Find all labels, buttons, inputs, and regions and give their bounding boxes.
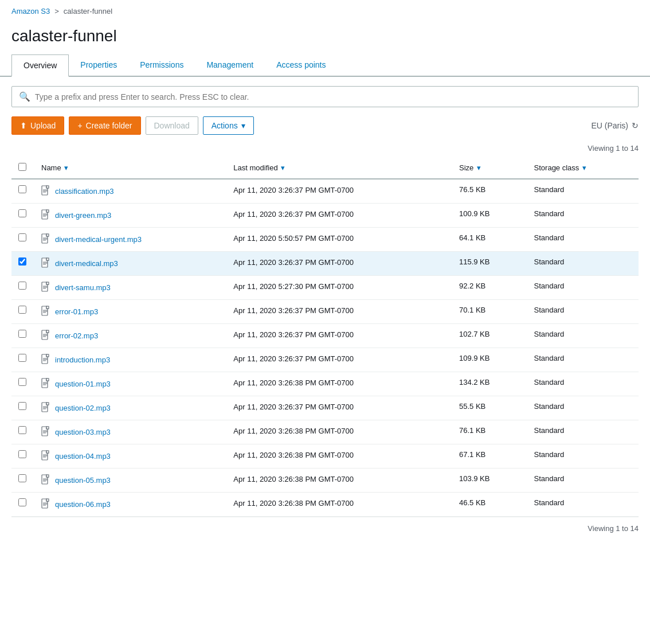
search-input[interactable] <box>35 92 631 102</box>
file-name-link[interactable]: error-02.mp3 <box>55 331 98 340</box>
svg-rect-16 <box>46 258 49 260</box>
refresh-icon[interactable]: ↻ <box>632 121 639 130</box>
row-checkbox-cell <box>11 276 34 300</box>
file-name-link[interactable]: error-01.mp3 <box>55 307 98 316</box>
file-name-link[interactable]: question-06.mp3 <box>55 500 111 509</box>
row-checkbox[interactable] <box>18 330 26 338</box>
row-storage-class: Standard <box>527 469 639 493</box>
table-header-row: Name ▾ Last modified ▾ Size ▾ Storage cl… <box>11 157 639 179</box>
row-checkbox[interactable] <box>18 185 26 193</box>
table-row: divert-medical.mp3 Apr 11, 2020 3:26:37 … <box>11 252 639 276</box>
row-checkbox[interactable] <box>18 306 26 314</box>
row-checkbox[interactable] <box>18 233 26 241</box>
row-checkbox-cell <box>11 396 34 420</box>
region-label: EU (Paris) <box>591 121 628 130</box>
name-column-header[interactable]: Name ▾ <box>34 157 226 179</box>
row-storage-class: Standard <box>527 444 639 469</box>
svg-rect-51 <box>46 427 49 429</box>
breadcrumb-current: calaster-funnel <box>64 7 112 15</box>
actions-button[interactable]: Actions ▾ <box>203 116 254 135</box>
row-name-cell: question-06.mp3 <box>34 493 226 517</box>
row-checkbox[interactable] <box>18 378 26 386</box>
row-checkbox[interactable] <box>18 257 26 266</box>
file-name-link[interactable]: introduction.mp3 <box>55 356 110 364</box>
svg-rect-41 <box>46 378 49 381</box>
row-storage-class: Standard <box>527 348 639 372</box>
last-modified-column-header[interactable]: Last modified ▾ <box>226 157 452 179</box>
table-row: introduction.mp3 Apr 11, 2020 3:26:37 PM… <box>11 348 639 372</box>
row-name-cell: question-03.mp3 <box>34 420 226 444</box>
table-row: error-02.mp3 Apr 11, 2020 3:26:37 PM GMT… <box>11 324 639 348</box>
row-name-cell: question-02.mp3 <box>34 396 226 420</box>
tab-properties[interactable]: Properties <box>69 54 128 76</box>
row-checkbox[interactable] <box>18 426 26 434</box>
file-name-link[interactable]: question-02.mp3 <box>55 404 111 412</box>
file-icon <box>41 450 50 462</box>
row-last-modified: Apr 11, 2020 5:27:30 PM GMT-0700 <box>226 276 452 300</box>
row-last-modified: Apr 11, 2020 3:26:38 PM GMT-0700 <box>226 420 452 444</box>
row-size: 103.9 KB <box>452 469 527 493</box>
row-size: 67.1 KB <box>452 444 527 469</box>
row-storage-class: Standard <box>527 420 639 444</box>
file-name-link[interactable]: question-03.mp3 <box>55 428 111 436</box>
row-checkbox[interactable] <box>18 209 26 217</box>
row-checkbox-cell <box>11 228 34 252</box>
row-checkbox[interactable] <box>18 282 26 290</box>
tab-management[interactable]: Management <box>195 54 265 76</box>
upload-icon: ⬆ <box>20 121 27 130</box>
region-info: EU (Paris) ↻ <box>591 121 639 130</box>
row-size: 100.9 KB <box>452 204 527 228</box>
tab-permissions[interactable]: Permissions <box>128 54 195 76</box>
svg-rect-31 <box>46 330 49 333</box>
create-folder-button[interactable]: + Create folder <box>69 116 140 135</box>
row-checkbox[interactable] <box>18 402 26 410</box>
svg-rect-6 <box>46 210 49 212</box>
table-row: classification.mp3 Apr 11, 2020 3:26:37 … <box>11 179 639 204</box>
tab-access-points[interactable]: Access points <box>265 54 337 76</box>
row-checkbox[interactable] <box>18 450 26 458</box>
file-icon <box>41 330 50 342</box>
row-name-cell: classification.mp3 <box>34 179 226 204</box>
select-all-header <box>11 157 34 179</box>
viewing-info-bottom: Viewing 1 to 14 <box>11 517 639 535</box>
row-checkbox[interactable] <box>18 498 26 506</box>
row-storage-class: Standard <box>527 228 639 252</box>
upload-label: Upload <box>30 121 56 130</box>
row-checkbox-cell <box>11 493 34 517</box>
row-storage-class: Standard <box>527 300 639 324</box>
file-name-link[interactable]: question-05.mp3 <box>55 476 111 485</box>
breadcrumb-parent-link[interactable]: Amazon S3 <box>11 7 50 15</box>
chevron-down-icon: ▾ <box>241 121 245 130</box>
file-name-link[interactable]: divert-medical-urgent.mp3 <box>55 235 142 244</box>
row-name-cell: error-01.mp3 <box>34 300 226 324</box>
storage-class-column-header[interactable]: Storage class ▾ <box>527 157 639 179</box>
select-all-checkbox[interactable] <box>18 163 26 171</box>
size-column-header[interactable]: Size ▾ <box>452 157 527 179</box>
file-name-link[interactable]: divert-medical.mp3 <box>55 259 118 268</box>
download-label: Download <box>154 121 190 130</box>
row-last-modified: Apr 11, 2020 3:26:38 PM GMT-0700 <box>226 444 452 469</box>
row-storage-class: Standard <box>527 396 639 420</box>
search-icon: 🔍 <box>19 91 30 102</box>
breadcrumb: Amazon S3 > calaster-funnel <box>0 0 650 22</box>
table-row: error-01.mp3 Apr 11, 2020 3:26:37 PM GMT… <box>11 300 639 324</box>
page-title: calaster-funnel <box>0 22 650 54</box>
row-name-cell: divert-green.mp3 <box>34 204 226 228</box>
row-checkbox[interactable] <box>18 474 26 482</box>
file-name-link[interactable]: question-01.mp3 <box>55 380 111 388</box>
file-name-link[interactable]: question-04.mp3 <box>55 452 111 460</box>
table-row: question-02.mp3 Apr 11, 2020 3:26:37 PM … <box>11 396 639 420</box>
size-sort-icon: ▾ <box>477 163 481 172</box>
file-icon <box>41 426 50 438</box>
row-checkbox-cell <box>11 204 34 228</box>
file-name-link[interactable]: divert-green.mp3 <box>55 211 111 220</box>
upload-button[interactable]: ⬆ Upload <box>11 116 64 135</box>
row-checkbox[interactable] <box>18 354 26 362</box>
file-name-link[interactable]: divert-samu.mp3 <box>55 283 111 292</box>
name-sort-icon: ▾ <box>64 163 68 172</box>
table-row: divert-green.mp3 Apr 11, 2020 3:26:37 PM… <box>11 204 639 228</box>
tabs-container: Overview Properties Permissions Manageme… <box>0 54 650 77</box>
file-name-link[interactable]: classification.mp3 <box>55 187 114 196</box>
download-button[interactable]: Download <box>146 116 198 135</box>
tab-overview[interactable]: Overview <box>11 54 69 77</box>
